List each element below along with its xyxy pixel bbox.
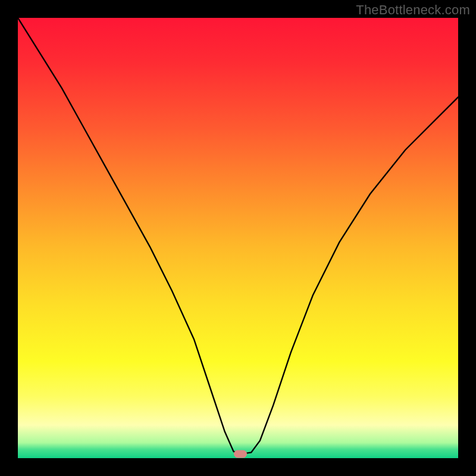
- chart-stage: TheBottleneck.com: [0, 0, 476, 476]
- watermark-text: TheBottleneck.com: [356, 2, 470, 18]
- bottleneck-curve: [18, 18, 458, 458]
- plot-area: [18, 18, 458, 458]
- minimum-marker: [234, 450, 247, 458]
